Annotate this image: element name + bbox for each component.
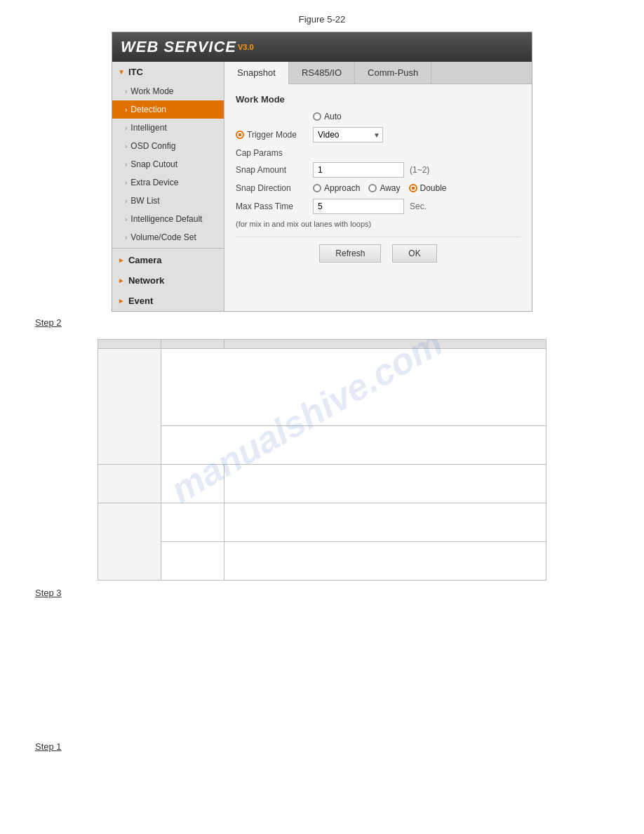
double-radio-item[interactable]: Double [409,183,447,193]
work-mode-section-title: Work Mode [236,94,521,105]
intelligent-arrow-icon: › [125,124,127,132]
note-text: (for mix in and mix out lanes with loops… [236,220,521,228]
away-radio-item[interactable]: Away [368,183,400,193]
sidebar-item-extra-device[interactable]: › Extra Device [112,173,224,192]
web-ui-container: WEB SERVICE V3.0 ▼ ITC › Work Mode › Det… [112,32,532,312]
sidebar-item-detection-label: Detection [130,105,166,114]
double-radio-icon [409,184,417,192]
table-cell-row4-col1 [98,503,161,581]
trigger-mode-select-wrapper: Video ▼ [313,127,383,143]
itc-arrow-icon: ▼ [118,68,125,76]
work-mode-arrow-icon: › [125,88,127,95]
ok-button[interactable]: OK [392,244,436,263]
refresh-button[interactable]: Refresh [319,244,381,263]
table-cell-row1-col1 [98,349,161,465]
button-row: Refresh OK [236,237,521,267]
sidebar-item-work-mode[interactable]: › Work Mode [112,82,224,100]
brand-version: V3.0 [238,43,254,51]
snap-direction-label: Snap Direction [236,183,313,193]
auto-radio-row: Auto [236,112,521,121]
web-header: WEB SERVICE V3.0 [112,32,532,62]
auto-radio-label: Auto [324,112,342,121]
snap-amount-input[interactable] [313,162,404,178]
sidebar-section-event[interactable]: ► Event [112,291,224,311]
max-pass-time-input[interactable] [313,199,404,214]
sec-label: Sec. [410,201,427,211]
sidebar-section-itc-label: ITC [128,67,143,77]
auto-radio-icon [313,112,321,121]
sidebar-section-network[interactable]: ► Network [112,270,224,291]
sidebar-item-intel-default-label: Intelligence Default [130,214,202,224]
double-label: Double [420,183,447,193]
volume-arrow-icon: › [125,234,127,241]
tab-comm-push[interactable]: Comm-Push [355,62,431,84]
snap-direction-radio-group: Approach Away Double [313,183,447,193]
brand-title: WEB SERVICE [121,38,236,56]
sidebar-item-detection[interactable]: › Detection [112,100,224,119]
snap-amount-hint: (1~2) [410,165,429,175]
bw-arrow-icon: › [125,197,127,205]
event-arrow-icon: ► [118,297,125,305]
extra-arrow-icon: › [125,179,127,187]
snap-direction-row: Snap Direction Approach Away Double [236,183,521,193]
table-row [98,426,546,465]
sidebar-item-bw-label: BW List [130,196,159,206]
main-content: Snapshot RS485/IO Comm-Push Work Mode Au… [224,62,532,311]
sidebar-item-intelligent-label: Intelligent [130,123,166,133]
sidebar-item-work-mode-label: Work Mode [130,86,173,96]
sidebar-item-extra-label: Extra Device [130,178,178,187]
osd-arrow-icon: › [125,143,127,150]
tab-snapshot[interactable]: Snapshot [224,62,289,84]
max-pass-time-row: Max Pass Time Sec. [236,199,521,214]
sidebar-item-volume-code-set[interactable]: › Volume/Code Set [112,228,224,246]
away-label: Away [380,183,400,193]
table-header-col1 [98,340,161,349]
sidebar-item-osd-config[interactable]: › OSD Config [112,137,224,155]
sidebar-item-intelligence-default[interactable]: › Intelligence Default [112,210,224,228]
table-cell-row4-col3 [224,503,546,542]
content-area: Work Mode Auto Trigger Mode [224,84,532,277]
table-container: manualshive.com [98,339,546,581]
away-radio-icon [368,184,377,192]
detection-arrow-icon: › [125,106,127,114]
table-row [98,503,546,542]
max-pass-time-label: Max Pass Time [236,201,313,211]
snap-arrow-icon: › [125,161,127,168]
table-cell-row3-col3 [224,465,546,503]
sidebar-section-camera-label: Camera [128,255,162,265]
trigger-mode-row: Trigger Mode Video ▼ [236,127,521,143]
sidebar-divider-1 [112,248,224,249]
trigger-mode-radio-icon [236,131,244,139]
intel-default-arrow-icon: › [125,216,127,223]
trigger-mode-select[interactable]: Video [313,127,383,143]
sidebar: ▼ ITC › Work Mode › Detection › Intellig… [112,62,224,311]
auto-radio-item[interactable]: Auto [313,112,342,121]
approach-radio-icon [313,184,321,192]
table-header-col2 [161,340,224,349]
spacer-area [14,609,630,736]
sidebar-item-snap-cutout[interactable]: › Snap Cutout [112,155,224,173]
web-body: ▼ ITC › Work Mode › Detection › Intellig… [112,62,532,311]
sidebar-item-bw-list[interactable]: › BW List [112,192,224,210]
table-cell-row2-col2 [161,426,546,465]
snap-amount-row: Snap Amount (1~2) [236,162,521,178]
sidebar-section-camera[interactable]: ► Camera [112,250,224,270]
snap-amount-label: Snap Amount [236,165,313,175]
sidebar-item-intelligent[interactable]: › Intelligent [112,119,224,137]
sidebar-section-network-label: Network [128,275,164,286]
trigger-mode-label: Trigger Mode [247,130,297,140]
table-row [98,349,546,426]
network-arrow-icon: ► [118,277,125,284]
approach-radio-item[interactable]: Approach [313,183,360,193]
table-cell-row5-col3 [224,542,546,581]
sidebar-item-osd-label: OSD Config [130,141,175,151]
sidebar-section-itc[interactable]: ▼ ITC [112,62,224,82]
table-header-col3 [224,340,546,349]
step1-label: Step 1 [35,741,630,752]
tabs-bar: Snapshot RS485/IO Comm-Push [224,62,532,84]
table-row [98,542,546,581]
step2-label: Step 2 [35,317,630,328]
table-row [98,465,546,503]
tab-rs485io[interactable]: RS485/IO [289,62,355,84]
table-cell-row5-col2 [161,542,224,581]
